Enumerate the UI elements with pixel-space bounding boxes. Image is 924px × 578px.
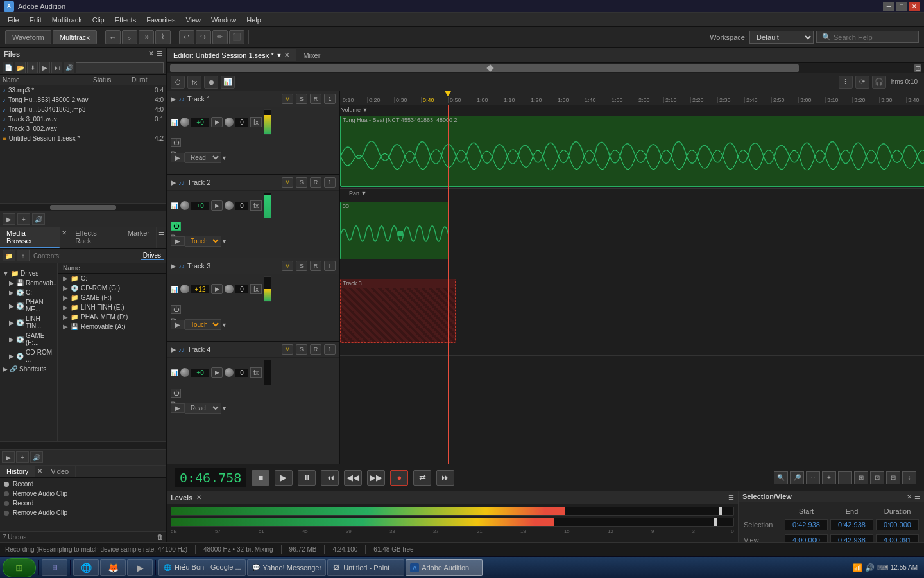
menu-edit[interactable]: Edit — [24, 15, 47, 25]
mbt-new[interactable]: 📁 — [3, 250, 15, 261]
list-item[interactable]: ♪ 33.mp3 * 0:4 — [0, 85, 166, 95]
track-2-play[interactable]: ▶ — [211, 200, 223, 211]
sv-selection-duration[interactable]: 0:00.000 — [876, 519, 919, 530]
media-footer-btn3[interactable]: 🔊 — [30, 451, 43, 463]
track-3-expand[interactable]: ▶ — [171, 262, 176, 270]
track-2-clip-small[interactable]: 33 — [340, 202, 449, 259]
menu-multitrack[interactable]: Multitrack — [47, 15, 87, 25]
history-clear[interactable]: 🗑 — [157, 533, 164, 541]
track-4-mode-select[interactable]: Read Touch Write — [185, 403, 221, 414]
tab-dropdown-arrow[interactable]: ▼ — [277, 52, 282, 58]
taskbar-window-yahoo[interactable]: 💬 Yahoo! Messenger — [247, 559, 327, 576]
tab-media-browser[interactable]: Media Browser — [0, 227, 60, 248]
taskbar-pinned-app3[interactable]: ▶ — [127, 559, 153, 576]
track-2-solo[interactable]: S — [296, 177, 307, 188]
history-menu[interactable]: ☰ — [157, 466, 166, 477]
pencil-button[interactable]: ✏ — [212, 30, 228, 44]
zoom-in-time[interactable]: 🔍 — [774, 471, 788, 484]
track-1-fx[interactable]: fx — [250, 117, 262, 127]
search-help-input[interactable] — [834, 33, 911, 41]
tree-item-cdrom[interactable]: ▶ 💿 CD-ROM ... — [0, 347, 57, 364]
redo-button[interactable]: ↪ — [196, 30, 211, 44]
track-4-row[interactable] — [340, 356, 924, 439]
files-play-button[interactable]: ▶ — [39, 62, 50, 73]
erase-button[interactable]: ⬛ — [229, 30, 244, 44]
history-close[interactable]: ✕ — [35, 466, 44, 477]
files-footer-add[interactable]: + — [17, 213, 30, 225]
record-button[interactable]: ● — [390, 470, 408, 486]
tree-item-drives[interactable]: ▼ 📁 Drives — [0, 268, 57, 278]
go-to-start-button[interactable]: ⏮ — [321, 470, 339, 486]
track-1-mode-select[interactable]: Read Touch Write — [185, 152, 221, 163]
media-footer-btn2[interactable]: + — [16, 451, 29, 463]
selection-view-menu[interactable]: ☰ — [914, 493, 920, 500]
track-4-mode-dropdown[interactable]: ▼ — [221, 405, 227, 412]
levels-close[interactable]: ✕ — [195, 493, 203, 502]
list-item[interactable]: ♪ Tong Hu...863] 48000 2.wav 4:0 — [0, 95, 166, 105]
media-browser-menu[interactable]: ☰ — [157, 227, 166, 248]
tab-history[interactable]: History — [0, 466, 35, 477]
track-2-pan-knob[interactable] — [225, 201, 234, 210]
track-1-pan-knob[interactable] — [225, 118, 234, 127]
et-rec-btn[interactable]: ⏺ — [204, 76, 218, 89]
track-4-play[interactable]: ▶ — [211, 367, 223, 378]
taskbar-show-desktop[interactable]: 🖥 — [42, 559, 67, 576]
fade-tool-button[interactable]: ⌇ — [155, 30, 171, 44]
track-3-power[interactable]: ⏻ — [171, 305, 181, 314]
media-browser-close[interactable]: ✕ — [60, 227, 69, 248]
tab-close-button[interactable]: ✕ — [284, 51, 289, 58]
et-fx-btn[interactable]: fx — [187, 76, 201, 89]
track-3-mode-select[interactable]: Touch Read Write — [185, 319, 221, 330]
list-item[interactable]: Record — [1, 479, 165, 489]
tree-item-linh-tinh[interactable]: ▶ 💽 LINH TIN... — [0, 314, 57, 331]
tree-item-phan-me[interactable]: ▶ 💽 PHAN ME... — [0, 297, 57, 314]
files-footer-play[interactable]: ▶ — [3, 213, 15, 225]
track-1-volume-knob[interactable] — [180, 118, 189, 127]
menu-help[interactable]: Help — [241, 15, 266, 25]
tree-item-shortcuts[interactable]: ▶ 🔗 Shortcuts — [0, 364, 57, 374]
volume-tray-icon[interactable]: 🔊 — [865, 563, 875, 572]
track-4-solo[interactable]: S — [296, 344, 307, 355]
rewind-button[interactable]: ◀◀ — [344, 470, 362, 486]
scroll-thumb[interactable] — [170, 64, 799, 72]
list-item[interactable]: ▶ 📁 C: — [58, 274, 166, 283]
menu-window[interactable]: Window — [206, 15, 241, 25]
files-volume-button[interactable]: 🔊 — [64, 62, 74, 73]
track-4-volume-knob[interactable] — [180, 368, 189, 377]
track-2-power[interactable]: ⏻ — [171, 222, 181, 231]
tab-marker[interactable]: Marker — [121, 227, 157, 248]
track-2-mode-arrow[interactable]: ▶ — [171, 236, 185, 246]
track-1-mode-arrow[interactable]: ▶ — [171, 153, 185, 162]
track-2-automation-point[interactable] — [398, 231, 403, 236]
track-3-volume-knob[interactable] — [180, 285, 189, 293]
pause-button[interactable]: ⏸ — [298, 470, 316, 486]
track-3-row[interactable]: Track 3... — [340, 272, 924, 356]
search-help-box[interactable]: 🔍 — [816, 31, 919, 43]
track-1-clip[interactable]: Tong Hua - Beat [NCT 4553461863] 48000 2 — [340, 116, 924, 187]
razor-tool-button[interactable]: ⬦ — [122, 30, 137, 44]
track-4-num[interactable]: 1 — [324, 344, 336, 355]
workspace-select[interactable]: Default — [749, 31, 814, 44]
track-4-pan-knob[interactable] — [225, 368, 234, 377]
taskbar-window-paint[interactable]: 🖼 Untitled - Paint — [327, 559, 404, 576]
track-3-mode-arrow[interactable]: ▶ — [171, 320, 185, 329]
et-timecode-btn[interactable]: ⏱ — [171, 76, 185, 89]
track-3-clip[interactable]: Track 3... — [340, 279, 456, 343]
zoom-in-track[interactable]: + — [822, 471, 836, 484]
menu-clip[interactable]: Clip — [87, 15, 110, 25]
list-item[interactable]: Remove Audio Clip — [1, 489, 165, 498]
et-snap-btn[interactable]: ⋮ — [839, 76, 853, 89]
list-item[interactable]: ♪ Track 3_001.wav 0:1 — [0, 114, 166, 124]
track-2-volume-knob[interactable] — [180, 201, 189, 210]
taskbar-pinned-firefox[interactable]: 🦊 — [100, 559, 126, 576]
stop-button[interactable]: ■ — [252, 470, 270, 486]
list-item[interactable]: Remove Audio Clip — [1, 508, 165, 518]
close-button[interactable]: ✕ — [909, 2, 920, 11]
sv-view-duration[interactable]: 4:00.091 — [876, 534, 919, 542]
track-1-play[interactable]: ▶ — [211, 117, 223, 127]
maximize-button[interactable]: □ — [896, 2, 907, 11]
track-1-power[interactable]: ⏻ — [171, 138, 181, 147]
tab-mixer[interactable]: Mixer — [296, 49, 327, 61]
tree-item-c[interactable]: ▶ 💽 C: — [0, 288, 57, 297]
play-button[interactable]: ▶ — [275, 470, 293, 486]
